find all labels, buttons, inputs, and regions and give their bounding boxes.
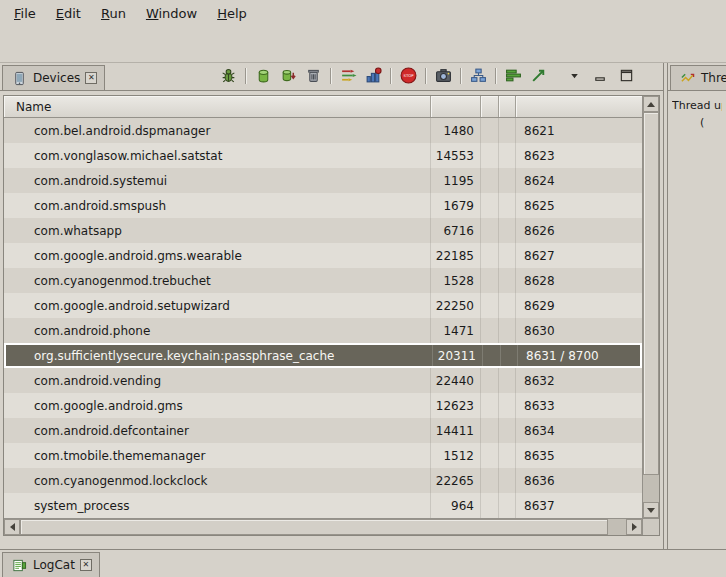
horizontal-scroll-track[interactable] [20, 519, 626, 535]
process-pid: 1528 [431, 268, 481, 293]
column-header-port[interactable] [516, 96, 642, 117]
tab-threads-label: Threads [701, 71, 726, 85]
menu-file[interactable]: File [4, 2, 46, 25]
column-header-name[interactable]: Name [4, 96, 431, 117]
process-name: com.tmobile.thememanager [4, 443, 431, 468]
blank-cell-2 [499, 393, 516, 418]
process-pid: 22265 [431, 468, 481, 493]
table-row[interactable]: com.android.phone 1471 8630 [4, 318, 642, 343]
table-header: Name [4, 96, 642, 118]
dump-hprof-icon[interactable] [279, 67, 297, 85]
scroll-down-button[interactable] [643, 502, 659, 518]
process-table-body: com.bel.android.dspmanager 1480 8621 com… [4, 118, 642, 518]
threads-tabbar: Threads [668, 63, 726, 91]
horizontal-scrollbar[interactable] [4, 519, 642, 535]
tab-devices[interactable]: Devices ✕ [2, 65, 105, 90]
hierarchy-view-icon[interactable] [469, 67, 487, 85]
table-row[interactable]: com.google.android.gms.wearable 22185 86… [4, 243, 642, 268]
process-pid: 20311 [433, 345, 483, 366]
table-row[interactable]: com.google.android.gms 12623 8633 [4, 393, 642, 418]
tab-logcat-label: LogCat [33, 558, 75, 572]
vertical-scrollbar[interactable] [642, 96, 659, 518]
scroll-left-button[interactable] [4, 519, 20, 535]
svg-text:STOP: STOP [403, 73, 414, 78]
opengl-trace-icon[interactable] [529, 67, 547, 85]
process-name: com.cyanogenmod.trebuchet [4, 268, 431, 293]
process-port: 8631 / 8700 [518, 345, 640, 366]
column-header-pid[interactable] [431, 96, 481, 117]
column-header-blank-1[interactable] [481, 96, 499, 117]
blank-cell-2 [499, 168, 516, 193]
blank-cell-1 [481, 393, 499, 418]
table-row[interactable]: com.bel.android.dspmanager 1480 8621 [4, 118, 642, 143]
process-pid: 1512 [431, 443, 481, 468]
table-row[interactable]: com.android.defcontainer 14411 8634 [4, 418, 642, 443]
table-row[interactable]: org.sufficientlysecure.keychain:passphra… [4, 343, 642, 368]
tab-devices-close-icon[interactable]: ✕ [85, 72, 97, 84]
column-header-blank-2[interactable] [499, 96, 516, 117]
process-pid: 1480 [431, 118, 481, 143]
blank-cell-2 [499, 368, 516, 393]
maximize-icon[interactable] [617, 67, 635, 85]
blank-cell-2 [499, 493, 516, 518]
menubar: File Edit Run Window Help [0, 0, 726, 26]
scroll-up-button[interactable] [643, 96, 659, 112]
process-name: com.bel.android.dspmanager [4, 118, 431, 143]
up-arrow-icon [647, 102, 655, 107]
process-port: 8627 [516, 243, 642, 268]
table-row[interactable]: com.tmobile.thememanager 1512 8635 [4, 443, 642, 468]
process-name: com.cyanogenmod.lockclock [4, 468, 431, 493]
table-row[interactable]: com.android.smspush 1679 8625 [4, 193, 642, 218]
systrace-icon[interactable] [504, 67, 522, 85]
table-row[interactable]: com.google.android.setupwizard 22250 862… [4, 293, 642, 318]
table-row[interactable]: com.cyanogenmod.lockclock 22265 8636 [4, 468, 642, 493]
blank-cell-1 [481, 468, 499, 493]
process-port: 8636 [516, 468, 642, 493]
method-profiling-icon[interactable] [364, 67, 382, 85]
tab-logcat[interactable]: LogCat ✕ [2, 552, 100, 577]
view-menu-icon[interactable] [565, 67, 583, 85]
vertical-scroll-thumb[interactable] [643, 112, 659, 475]
update-heap-icon[interactable] [254, 67, 272, 85]
tab-logcat-close-icon[interactable]: ✕ [80, 559, 92, 571]
process-pid: 22250 [431, 293, 481, 318]
blank-cell-2 [499, 193, 516, 218]
blank-cell-1 [481, 118, 499, 143]
blank-cell-2 [499, 118, 516, 143]
table-row[interactable]: com.whatsapp 6716 8626 [4, 218, 642, 243]
update-threads-icon[interactable] [339, 67, 357, 85]
screen-capture-icon[interactable] [434, 67, 452, 85]
table-row[interactable]: system_process 964 8637 [4, 493, 642, 518]
process-port: 8630 [516, 318, 642, 343]
main-area: Devices ✕ [0, 63, 726, 549]
scroll-right-button[interactable] [626, 519, 642, 535]
menu-edit[interactable]: Edit [46, 2, 91, 25]
minimize-icon[interactable] [591, 67, 609, 85]
tab-threads[interactable]: Threads [670, 65, 726, 90]
table-row[interactable]: com.vonglasow.michael.satstat 14553 8623 [4, 143, 642, 168]
blank-cell-1 [481, 143, 499, 168]
toolbar-separator [390, 68, 391, 84]
process-name: com.android.vending [4, 368, 431, 393]
table-row[interactable]: com.cyanogenmod.trebuchet 1528 8628 [4, 268, 642, 293]
process-name: com.android.smspush [4, 193, 431, 218]
blank-cell-2 [499, 468, 516, 493]
cause-gc-icon[interactable] [304, 67, 322, 85]
toolbar-separator [245, 68, 246, 84]
table-row[interactable]: com.android.systemui 1195 8624 [4, 168, 642, 193]
process-name: system_process [4, 493, 431, 518]
threads-message-line2: ( [672, 115, 722, 132]
debug-icon[interactable] [219, 67, 237, 85]
menu-help[interactable]: Help [207, 2, 257, 25]
blank-cell-1 [481, 193, 499, 218]
stop-process-icon[interactable]: STOP [399, 67, 417, 85]
blank-cell-1 [481, 293, 499, 318]
horizontal-scroll-thumb[interactable] [20, 519, 608, 535]
menu-window[interactable]: Window [136, 2, 207, 25]
blank-cell-1 [481, 493, 499, 518]
vertical-scroll-track[interactable] [643, 112, 659, 502]
table-row[interactable]: com.android.vending 22440 8632 [4, 368, 642, 393]
process-name: com.vonglasow.michael.satstat [4, 143, 431, 168]
process-port: 8635 [516, 443, 642, 468]
menu-run[interactable]: Run [91, 2, 136, 25]
